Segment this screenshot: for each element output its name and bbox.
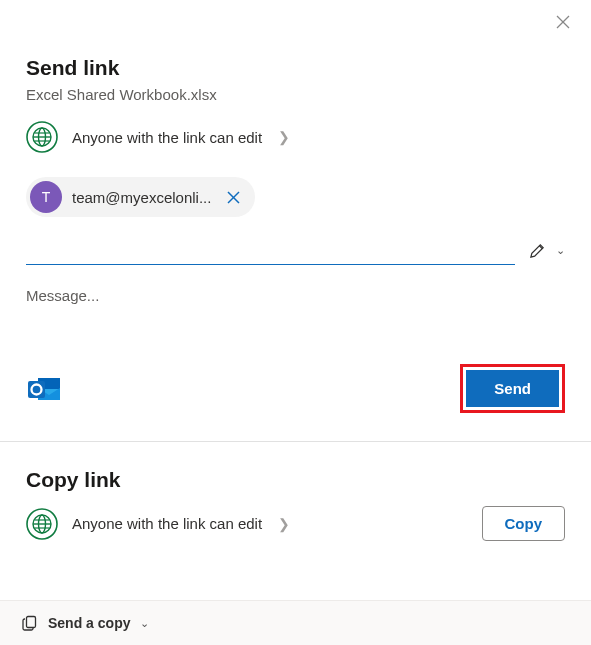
send-button-highlight: Send <box>460 364 565 413</box>
send-a-copy-label: Send a copy <box>48 615 130 631</box>
svg-rect-21 <box>27 617 36 628</box>
copy-link-title: Copy link <box>26 468 565 492</box>
copy-permission-label: Anyone with the link can edit <box>72 515 262 532</box>
send-button[interactable]: Send <box>466 370 559 407</box>
outlook-icon <box>26 371 62 407</box>
globe-icon <box>26 121 58 153</box>
chevron-down-icon: ⌄ <box>556 244 565 257</box>
recipient-email: team@myexcelonli... <box>72 189 211 206</box>
close-icon <box>556 15 570 29</box>
close-button[interactable] <box>553 12 573 32</box>
chevron-down-icon: ⌄ <box>140 617 149 630</box>
copy-file-icon <box>22 615 38 631</box>
globe-icon[interactable] <box>26 508 58 540</box>
message-input[interactable] <box>26 287 565 304</box>
permission-label: Anyone with the link can edit <box>72 129 262 146</box>
send-a-copy-dropdown[interactable]: Send a copy ⌄ <box>0 600 591 645</box>
avatar: T <box>30 181 62 213</box>
filename-label: Excel Shared Workbook.xlsx <box>26 86 565 103</box>
dialog-title: Send link <box>26 56 565 80</box>
permission-selector[interactable]: Anyone with the link can edit ❯ <box>26 117 565 157</box>
copy-button[interactable]: Copy <box>482 506 566 541</box>
edit-permission-dropdown[interactable]: ⌄ <box>529 242 565 265</box>
close-icon <box>227 191 240 204</box>
copy-link-section: Copy link Anyone with the link can edit … <box>0 442 591 571</box>
pencil-icon <box>529 242 546 259</box>
chevron-right-icon: ❯ <box>278 129 290 145</box>
remove-recipient-button[interactable] <box>221 185 245 209</box>
send-link-section: Send link Excel Shared Workbook.xlsx Any… <box>0 0 591 413</box>
chevron-right-icon: ❯ <box>278 516 290 532</box>
recipient-chip[interactable]: T team@myexcelonli... <box>26 177 255 217</box>
recipient-input[interactable] <box>26 235 515 265</box>
